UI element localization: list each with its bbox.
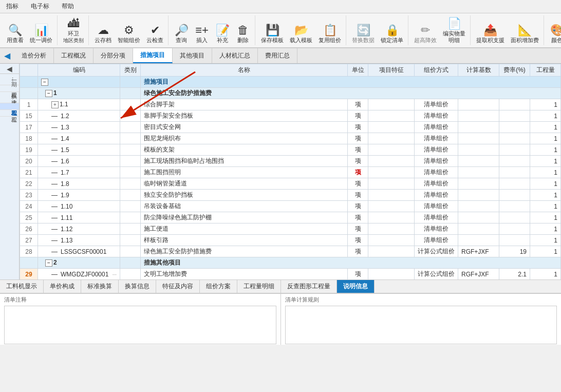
row-pricing: 清单组价 — [415, 223, 458, 235]
expand-button[interactable]: + — [51, 101, 59, 108]
row-pricing: 清单组价 — [415, 201, 458, 212]
uniform-price-button[interactable]: 📊 统一调价 — [27, 15, 55, 45]
menu-help[interactable]: 帮助 — [60, 1, 76, 12]
bottom-tab-labor-display[interactable]: 工料机显示 — [0, 280, 44, 293]
row-category — [120, 88, 141, 99]
row-quantity: 1 — [530, 99, 561, 110]
list-notes-panel: 清单注释 — [0, 294, 281, 345]
sidebar-item-civil[interactable]: 航工程 — [0, 85, 19, 92]
bottom-tab-desc-label: 说明信息 — [343, 283, 368, 290]
table-row[interactable]: 15 —1.2 靠脚手架安全挡板 项 清单组价 1 — [20, 110, 561, 122]
bottom-tab-pricing-plan[interactable]: 组价方案 — [200, 280, 237, 293]
row-code: —1.2 — [38, 110, 120, 122]
row-num — [20, 88, 38, 99]
row-name: 绿色施工安全防护措施费 — [141, 88, 561, 99]
table-row[interactable]: 22 —1.8 临时钢管架通道 项 清单组价 1 — [20, 178, 561, 190]
bottom-tab-qty-detail[interactable]: 工程量明细 — [237, 280, 281, 293]
bottom-tab-description[interactable]: 说明信息 — [337, 280, 375, 293]
sidebar-collapse-icon[interactable]: ◀ — [7, 65, 12, 73]
col-pricing: 组价方式 — [415, 64, 458, 77]
lock-label: 锁定清单 — [381, 37, 403, 44]
table-row[interactable]: 26 —1.12 施工便道 项 清单组价 1 — [20, 223, 561, 235]
query-icon: 🔎 — [175, 25, 189, 36]
tab-fees-summary[interactable]: 费用汇总 — [258, 48, 297, 63]
table-row[interactable]: 25 —1.11 防尘降噪绿色施工防护棚 项 清单组价 1 — [20, 212, 561, 223]
search-button[interactable]: 🔍 用查看 — [4, 15, 26, 45]
check-button[interactable]: ✔ 云检查 — [144, 15, 166, 45]
smart-group-button[interactable]: ⚙ 智能组价 — [115, 15, 143, 45]
tab-labor-material[interactable]: 人材机汇总 — [212, 48, 258, 63]
row-num: 20 — [20, 156, 38, 167]
row-unit: 项 — [348, 156, 368, 167]
expand-button[interactable]: − — [45, 259, 52, 267]
save-template-button[interactable]: 💾 保存模板 — [258, 15, 286, 45]
table-row[interactable]: 20 —1.6 施工现场围挡和临时占地围挡 项 清单组价 1 — [20, 156, 561, 167]
tab-other-items[interactable]: 其他项目 — [173, 48, 212, 63]
replenish-button[interactable]: 📝 补充 — [213, 15, 232, 45]
tab-project-overview[interactable]: 工程概况 — [54, 48, 93, 63]
table-row[interactable]: 27 —1.13 样板引路 项 清单组价 1 — [20, 235, 561, 246]
sidebar-item-civil2[interactable]: 土建... — [0, 92, 19, 103]
delete-button[interactable]: 🗑 删除 — [233, 15, 253, 45]
delete-icon: 🗑 — [237, 25, 249, 36]
sidebar-item-project2[interactable]: 工程 — [0, 110, 19, 117]
menu-indicators[interactable]: 指标 — [4, 1, 21, 12]
row-rate — [499, 110, 530, 122]
replace-data-button[interactable]: 🔄 替换数据 — [349, 15, 377, 45]
color-button[interactable]: 🎨 颜色 — [547, 15, 561, 45]
table-row[interactable]: 21 —1.7 施工围挡照明 项 清单组价 1 — [20, 167, 561, 178]
expand-button[interactable]: − — [45, 90, 52, 97]
left-sidebar: ◀ 一期... 航工程 土建... 工程 工程 — [0, 64, 20, 279]
edit-material-button[interactable]: 📄 编实物量明细 — [440, 15, 468, 45]
insert-button[interactable]: ≡+ 插入 — [192, 15, 212, 45]
row-unit: 项 — [348, 144, 368, 156]
calc-rules-title: 清单计算规则 — [285, 296, 557, 304]
row-unit: 项 — [348, 133, 368, 144]
query-button[interactable]: 🔎 查询 — [172, 15, 191, 45]
sidebar-item-period[interactable]: 一期... — [0, 74, 19, 85]
bottom-tab-check-drawing[interactable]: 反查图形工程量 — [281, 280, 337, 293]
cloud-archive-button[interactable]: ☁ 云存档 — [92, 15, 114, 45]
area-add-button[interactable]: 📐 面积增加费 — [508, 15, 541, 45]
bottom-tab-char[interactable]: 特征及内容 — [156, 280, 200, 293]
lock-list-button[interactable]: 🔒 锁定清单 — [378, 15, 406, 45]
row-category — [120, 122, 141, 133]
tab-measures[interactable]: 措施项目 — [133, 48, 173, 63]
bottom-tab-exchange[interactable]: 换算信息 — [119, 280, 156, 293]
table-row[interactable]: 1 +1.1 综合脚手架 项 清单组价 1 — [20, 99, 561, 110]
row-pricing: 清单组价 — [415, 99, 458, 110]
row-name: 措施其他项目 — [141, 257, 561, 269]
tab-sub-division[interactable]: 分部分项 — [93, 48, 133, 63]
expand-button[interactable]: − — [41, 79, 48, 86]
load-template-button[interactable]: 📂 载入模板 — [287, 15, 315, 45]
tab-sub-division-label: 分部分项 — [101, 51, 125, 60]
nav-back-icon[interactable]: ◀ — [4, 51, 10, 61]
bottom-tab-unit-comp[interactable]: 单价构成 — [44, 280, 81, 293]
sidebar-item-project1[interactable]: 工程 — [0, 103, 19, 110]
row-num: 15 — [20, 110, 38, 122]
col-base: 计算基数 — [458, 64, 499, 77]
tab-cost-analysis[interactable]: 造价分析 — [14, 48, 54, 63]
table-row[interactable]: −2 措施其他项目 — [20, 257, 561, 269]
row-pricing: 计算公式组价 — [415, 246, 458, 257]
list-notes-content[interactable] — [4, 306, 276, 344]
table-row[interactable]: 18 —1.4 围尼龙绳织布 项 清单组价 1 — [20, 133, 561, 144]
table-row[interactable]: 19 —1.5 模板的支架 项 清单组价 1 — [20, 144, 561, 156]
env-san-button[interactable]: 🏙 环卫地区类别 — [61, 15, 86, 45]
table-row[interactable]: −1 绿色施工安全防护措施费 — [20, 88, 561, 99]
menu-electronic-bid[interactable]: 电子标 — [29, 1, 51, 12]
extract-support-button[interactable]: 📤 提取积支援 — [474, 15, 507, 45]
row-code: —1.3 — [38, 122, 120, 133]
table-row[interactable]: 29 —WMGDZJF00001 ··· 文明工地增加费 项 计算公式组价 RG… — [20, 269, 561, 280]
row-rate — [499, 122, 530, 133]
table-row[interactable]: − 措施项目 — [20, 77, 561, 88]
table-row[interactable]: 28 —LSSGCSF00001 绿色施工安全防护措施费 项 计算公式组价 RG… — [20, 246, 561, 257]
table-row[interactable]: 17 —1.3 密目式安全网 项 清单组价 1 — [20, 122, 561, 133]
copy-group-button[interactable]: 📋 复用组价 — [316, 15, 344, 45]
calc-rules-content — [285, 306, 557, 344]
table-row[interactable]: 24 —1.10 吊装设备基础 项 清单组价 1 — [20, 201, 561, 212]
super-edit-button[interactable]: ✏ 超高降效 — [412, 15, 439, 45]
bottom-tab-std-calc[interactable]: 标准换算 — [81, 280, 119, 293]
table-row[interactable]: 23 —1.9 独立安全防护挡板 项 清单组价 1 — [20, 190, 561, 201]
load-tpl-icon: 📂 — [294, 25, 308, 36]
